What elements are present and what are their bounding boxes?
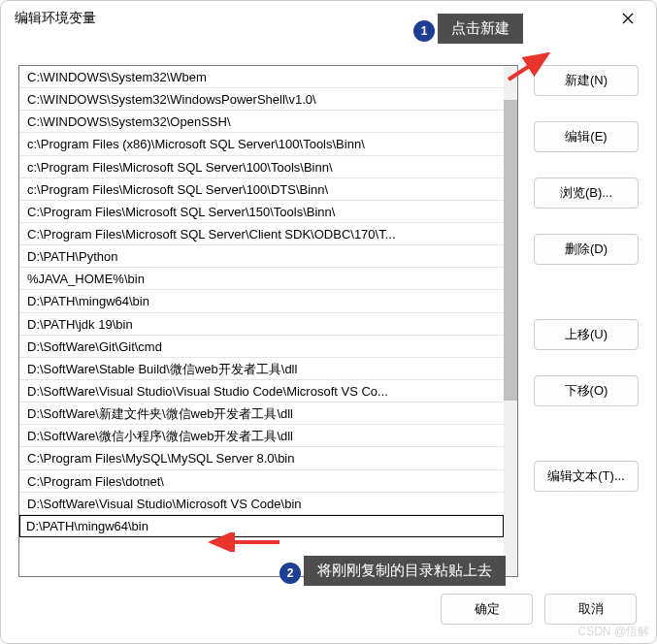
titlebar: 编辑环境变量 bbox=[1, 1, 656, 36]
annotation-label-2: 将刚刚复制的目录粘贴上去 bbox=[304, 556, 506, 586]
list-item[interactable]: c:\Program Files\Microsoft SQL Server\10… bbox=[19, 156, 504, 178]
list-item[interactable]: c:\Program Files (x86)\Microsoft SQL Ser… bbox=[19, 133, 504, 155]
close-icon bbox=[622, 13, 634, 24]
move-up-button[interactable]: 上移(U) bbox=[534, 319, 639, 350]
list-item[interactable]: C:\WINDOWS\System32\Wbem bbox=[19, 66, 504, 88]
list-item[interactable]: D:\PATH\Python bbox=[19, 245, 504, 268]
dialog-footer: 确定 取消 bbox=[1, 587, 656, 643]
delete-button[interactable]: 删除(D) bbox=[534, 234, 639, 265]
close-button[interactable] bbox=[613, 4, 642, 33]
list-item[interactable]: C:\WINDOWS\System32\WindowsPowerShell\v1… bbox=[19, 88, 504, 111]
button-sidebar: 新建(N) 编辑(E) 浏览(B)... 删除(D) 上移(U) 下移(O) 编… bbox=[534, 65, 639, 577]
list-item[interactable]: D:\PATH\mingw64\bin bbox=[19, 290, 504, 312]
arrow-icon bbox=[507, 47, 555, 81]
list-item[interactable]: %JAVA_HOME%\bin bbox=[19, 268, 504, 290]
annotation-label-1: 点击新建 bbox=[438, 14, 523, 44]
scrollbar[interactable] bbox=[504, 66, 517, 576]
list-item[interactable]: D:\SoftWare\Stable Build\微信web开发者工具\dll bbox=[19, 358, 504, 380]
move-down-button[interactable]: 下移(O) bbox=[534, 375, 639, 406]
path-list[interactable]: C:\WINDOWS\System32\WbemC:\WINDOWS\Syste… bbox=[18, 65, 518, 577]
ok-button[interactable]: 确定 bbox=[441, 594, 533, 625]
scrollbar-thumb[interactable] bbox=[504, 100, 517, 401]
annotation-badge-1: 1 bbox=[413, 20, 435, 42]
list-item[interactable]: D:\SoftWare\微信小程序\微信web开发者工具\dll bbox=[19, 425, 504, 447]
arrow-icon bbox=[204, 532, 281, 552]
list-item[interactable]: C:\Program Files\Microsoft SQL Server\Cl… bbox=[19, 223, 504, 245]
watermark: CSDN @悟解 bbox=[577, 624, 649, 640]
list-item[interactable]: C:\Program Files\MySQL\MySQL Server 8.0\… bbox=[19, 447, 504, 469]
edit-text-button[interactable]: 编辑文本(T)... bbox=[534, 461, 639, 492]
list-item[interactable]: C:\Program Files\dotnet\ bbox=[19, 470, 504, 493]
dialog-body: C:\WINDOWS\System32\WbemC:\WINDOWS\Syste… bbox=[1, 36, 656, 587]
edit-button[interactable]: 编辑(E) bbox=[534, 121, 639, 152]
list-item[interactable]: c:\Program Files\Microsoft SQL Server\10… bbox=[19, 178, 504, 201]
list-item[interactable]: C:\Program Files\Microsoft SQL Server\15… bbox=[19, 201, 504, 223]
browse-button[interactable]: 浏览(B)... bbox=[534, 177, 639, 209]
list-item[interactable]: D:\SoftWare\Visual Studio\Microsoft VS C… bbox=[19, 493, 504, 515]
list-item[interactable]: D:\PATH\jdk 19\bin bbox=[19, 313, 504, 336]
list-item[interactable]: C:\WINDOWS\System32\OpenSSH\ bbox=[19, 111, 504, 133]
annotation-badge-2: 2 bbox=[279, 563, 301, 584]
env-var-dialog: 编辑环境变量 C:\WINDOWS\System32\WbemC:\WINDOW… bbox=[0, 0, 657, 644]
list-item[interactable]: D:\SoftWare\Git\Git\cmd bbox=[19, 336, 504, 358]
list-item[interactable]: D:\SoftWare\Visual Studio\Visual Studio … bbox=[19, 380, 504, 402]
dialog-title: 编辑环境变量 bbox=[15, 10, 96, 27]
cancel-button[interactable]: 取消 bbox=[544, 594, 637, 625]
list-item[interactable]: D:\SoftWare\新建文件夹\微信web开发者工具\dll bbox=[19, 402, 504, 425]
